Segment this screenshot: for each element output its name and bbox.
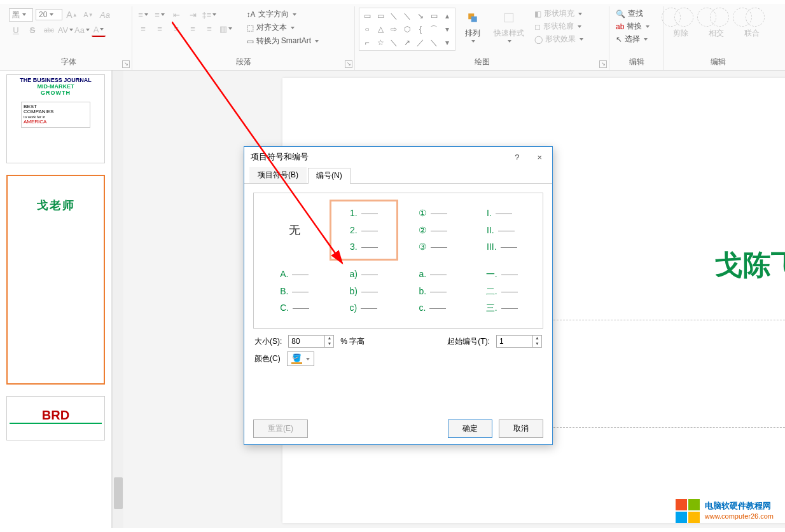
dialog-help-button[interactable]: ?: [511, 151, 523, 163]
align-text-button[interactable]: ⬚对齐文本: [244, 21, 351, 34]
bullets-button[interactable]: ≡: [136, 8, 150, 22]
shape-brace-icon[interactable]: {: [414, 23, 427, 36]
clear-format-button[interactable]: Aa: [98, 8, 112, 22]
select-button[interactable]: ↖选择: [613, 33, 660, 45]
line-spacing-button[interactable]: ‡≡: [202, 8, 216, 22]
shape-arc-icon[interactable]: ⌒: [427, 23, 440, 36]
indent-right-button[interactable]: ⇥: [186, 8, 200, 22]
dialog-titlebar[interactable]: 项目符号和编号 ? ×: [244, 147, 552, 167]
numbering-lower-alpha-paren[interactable]: a)b)c): [330, 261, 399, 322]
grow-font-button[interactable]: A▲: [65, 8, 79, 22]
shape-rect-icon[interactable]: ▭: [427, 10, 440, 22]
size-down[interactable]: ▼: [324, 341, 333, 347]
align-right-button[interactable]: ≡: [169, 22, 183, 36]
shape-arr-icon[interactable]: ⇨: [387, 23, 400, 36]
shape-outline-button[interactable]: ◻形状轮廓: [532, 20, 586, 32]
find-button[interactable]: 🔍查找: [613, 8, 660, 20]
shape-conn-icon[interactable]: ⌐: [361, 36, 373, 49]
columns-button[interactable]: ▥: [219, 22, 233, 36]
start-up[interactable]: ▲: [532, 336, 541, 341]
shape-hex-icon[interactable]: ⬡: [401, 23, 413, 36]
numbering-upper-alpha[interactable]: A.B.C.: [260, 261, 330, 322]
cancel-button[interactable]: 取消: [499, 419, 543, 438]
shape-oval-icon[interactable]: ○: [361, 23, 373, 36]
paint-bucket-icon: 🪣: [291, 353, 302, 364]
numbering-button[interactable]: ≡: [153, 8, 167, 22]
shape-effects-button[interactable]: ◯形状效果: [532, 33, 586, 45]
thumb-3[interactable]: BRD: [6, 396, 105, 440]
strike2-button[interactable]: abc: [42, 23, 56, 37]
numbering-chinese[interactable]: 一.二.三.: [468, 261, 537, 322]
quick-styles-button[interactable]: 快速样式: [490, 8, 528, 44]
shape-line-icon[interactable]: ＼: [387, 10, 400, 22]
align-left-button[interactable]: ≡: [136, 22, 150, 36]
shape-l3-icon[interactable]: ／: [414, 36, 427, 49]
gallery-up-icon[interactable]: ▴: [441, 10, 454, 22]
find-icon: 🔍: [616, 10, 625, 18]
shape-l2-icon[interactable]: ↗: [401, 36, 413, 49]
reset-button[interactable]: 重置(E): [253, 419, 308, 438]
numbering-none[interactable]: 无: [260, 200, 330, 261]
numbering-icon: ≡: [155, 10, 160, 20]
numbering-circled[interactable]: ①②③: [398, 200, 468, 261]
shape-tri-icon[interactable]: △: [374, 23, 387, 36]
numbering-arabic-dot[interactable]: 1.2.3.: [330, 200, 399, 261]
arrange-button[interactable]: 排列: [459, 8, 486, 44]
shape-line2-icon[interactable]: ＼: [401, 10, 413, 22]
start-down[interactable]: ▼: [532, 341, 541, 347]
text-direction-button[interactable]: ↕A文字方向: [244, 8, 351, 21]
scrollbar-thumb[interactable]: [114, 477, 123, 509]
shape-icon[interactable]: ▭: [374, 10, 387, 22]
numbering-lower-alpha-dot[interactable]: a.b.c.: [398, 261, 468, 322]
font-dialog-launcher[interactable]: ↘: [122, 60, 130, 68]
change-case-button[interactable]: Aa: [75, 23, 89, 37]
underline-button[interactable]: U: [9, 23, 23, 37]
shape-arrow-icon[interactable]: ↘: [414, 10, 427, 22]
replace-button[interactable]: ab替换: [613, 20, 660, 32]
thumb-2[interactable]: 戈老师: [6, 175, 105, 385]
union-button[interactable]: 联合: [739, 8, 765, 39]
convert-smartart-button[interactable]: ▭转换为 SmartArt: [244, 34, 351, 48]
shrink-font-button[interactable]: A▼: [81, 8, 95, 22]
paragraph-dialog-launcher[interactable]: ↘: [345, 60, 352, 68]
gallery-down-icon[interactable]: ▾: [441, 23, 454, 36]
strike-button[interactable]: S: [25, 23, 39, 37]
drawing-dialog-launcher[interactable]: ↘: [599, 60, 607, 68]
indent-left-button[interactable]: ⇤: [169, 8, 183, 22]
ok-button[interactable]: 确定: [448, 419, 492, 438]
intersect-button[interactable]: 相交: [704, 8, 729, 39]
shape-l-icon[interactable]: ＼: [387, 36, 400, 49]
justify-button[interactable]: ≡: [186, 22, 200, 36]
thumb3-text: BRD: [10, 399, 102, 424]
size-spinner[interactable]: ▲▼: [288, 335, 334, 348]
shape-gallery[interactable]: ▭▭＼＼↘▭▴ ○△⇨⬡{⌒▾ ⌐☆＼↗／＼▾: [359, 8, 455, 51]
size-input[interactable]: [289, 336, 324, 347]
gallery-more-icon[interactable]: ▾: [441, 36, 454, 49]
effects-icon: ◯: [534, 35, 543, 44]
thumbs-scrollbar[interactable]: [112, 71, 123, 528]
font-size-select[interactable]: 20: [36, 9, 62, 20]
font-color-button[interactable]: A: [92, 23, 106, 37]
start-spinner[interactable]: ▲▼: [496, 335, 542, 348]
group-label-paragraph: 段落: [136, 57, 351, 69]
group-label-merge: 编辑: [668, 57, 768, 69]
color-label: 颜色(C): [254, 353, 281, 364]
shape-l4-icon[interactable]: ＼: [427, 36, 440, 49]
subtract-button[interactable]: 剪除: [668, 8, 693, 39]
align-center-button[interactable]: ≡: [153, 22, 167, 36]
shape-star-icon[interactable]: ☆: [374, 36, 387, 49]
tab-numbering[interactable]: 编号(N): [308, 168, 351, 184]
slide-thumbnails[interactable]: THE BUSINESS JOURNAL MID-MARKET GROWTH B…: [0, 71, 112, 528]
font-family-select[interactable]: 黑: [9, 8, 33, 22]
char-spacing-button[interactable]: AV: [59, 23, 73, 37]
dialog-close-button[interactable]: ×: [533, 151, 546, 163]
start-input[interactable]: [497, 336, 532, 347]
numbering-roman[interactable]: I.II.III.: [468, 200, 537, 261]
shape-fill-button[interactable]: ◧形状填充: [532, 8, 586, 20]
size-up[interactable]: ▲: [324, 336, 333, 341]
color-picker[interactable]: 🪣: [287, 351, 314, 366]
thumb-1[interactable]: THE BUSINESS JOURNAL MID-MARKET GROWTH B…: [6, 74, 105, 163]
tab-bullets[interactable]: 项目符号(B): [249, 167, 307, 183]
distribute-button[interactable]: ≡: [202, 22, 216, 36]
shape-textbox-icon[interactable]: ▭: [361, 10, 373, 22]
